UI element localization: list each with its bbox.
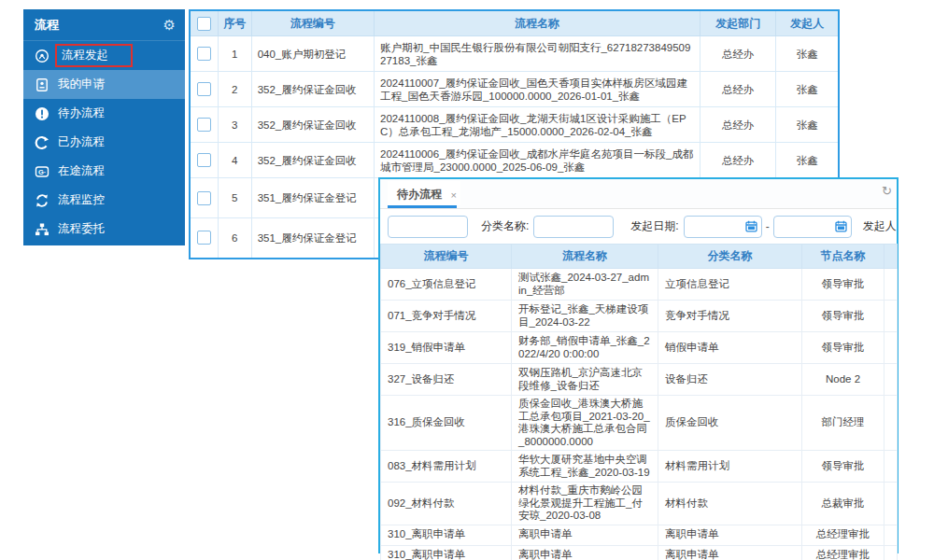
cell-dept: 总经办 bbox=[700, 72, 776, 107]
refresh-icon[interactable]: ↻ bbox=[882, 184, 892, 198]
sitemap-icon bbox=[35, 222, 50, 237]
date-to-input[interactable] bbox=[773, 216, 852, 238]
broadcast-icon bbox=[35, 49, 50, 63]
cell-category: 设备归还 bbox=[658, 364, 802, 396]
sidebar-item-my-applications[interactable]: 我的申请 bbox=[23, 70, 185, 99]
select-all-checkbox[interactable] bbox=[197, 17, 211, 31]
column-header-dept: 发起部门 bbox=[700, 10, 776, 36]
row-checkbox[interactable] bbox=[197, 231, 211, 245]
close-icon[interactable]: × bbox=[451, 182, 457, 208]
table-row[interactable]: 092_材料付款材料付款_重庆市鹅岭公园绿化景观提升工程施工_付安琼_2020-… bbox=[381, 483, 898, 525]
cell-name: 2024110006_履约保证金回收_成都水岸华庭名苑项目一标段_成都城市管理局… bbox=[375, 143, 700, 178]
cell-dept: 总经办 bbox=[700, 36, 776, 72]
table-row[interactable]: 4352_履约保证金回收2024110006_履约保证金回收_成都水岸华庭名苑项… bbox=[190, 143, 839, 178]
cell-no: 3 bbox=[218, 107, 251, 143]
cell-name: 材料付款_重庆市鹅岭公园绿化景观提升工程施工_付安琼_2020-03-08 bbox=[512, 483, 658, 525]
cell-name: 华软大厦研究基地中央空调系统工程_张鑫_2020-03-19 bbox=[512, 451, 658, 483]
sidebar-item-process-initiate[interactable]: 流程发起 bbox=[23, 41, 185, 70]
column-header-node: 节点名称 bbox=[802, 245, 884, 269]
sidebar-item-label: 我的申请 bbox=[58, 77, 105, 92]
calendar-icon[interactable] bbox=[835, 220, 847, 232]
column-header-user: 发起人 bbox=[776, 10, 839, 36]
column-header-name: 流程名称 bbox=[512, 245, 658, 269]
table-row[interactable]: 327_设备归还双钢压路机_京沪高速北京段维修_设备归还设备归还Node 2 bbox=[381, 364, 898, 396]
tab-label: 待办流程 bbox=[397, 188, 442, 201]
filter-bar: 分类名称: 发起日期: - 发起人: bbox=[380, 209, 897, 244]
sidebar-item-done-processes[interactable]: 已办流程 bbox=[23, 128, 185, 157]
cell-code: 310_离职申请单 bbox=[381, 545, 512, 560]
row-checkbox[interactable] bbox=[197, 118, 211, 132]
cell-category: 立项信息登记 bbox=[658, 269, 802, 301]
cell-category: 竞争对手情况 bbox=[658, 301, 802, 332]
cell-blank bbox=[884, 483, 898, 525]
sidebar-item-label: 流程监控 bbox=[58, 192, 105, 208]
sidebar-item-label: 流程发起 bbox=[55, 44, 133, 67]
sidebar-item-process-delegate[interactable]: 流程委托 bbox=[23, 215, 185, 244]
cell-name: 双钢压路机_京沪高速北京段维修_设备归还 bbox=[512, 364, 658, 396]
cell-name: 离职申请单 bbox=[512, 545, 658, 560]
table-header-row: 序号 流程编号 流程名称 发起部门 发起人 bbox=[190, 10, 839, 36]
cell-code: 352_履约保证金回收 bbox=[251, 72, 374, 107]
sidebar-title: 流程 bbox=[35, 17, 59, 34]
cell-name: 离职申请单 bbox=[512, 525, 658, 545]
sidebar-item-label: 在途流程 bbox=[58, 163, 105, 179]
cell-blank bbox=[884, 269, 898, 301]
row-checkbox[interactable] bbox=[197, 82, 211, 96]
cell-name: 开标登记_张鑫_天梯建设项目_2024-03-22 bbox=[512, 301, 658, 332]
alert-icon bbox=[35, 106, 50, 121]
tab-pending-processes[interactable]: 待办流程 × bbox=[388, 181, 460, 205]
app-window: 流程 ⚙ 流程发起 我的申请 待办流程 已办流程 bbox=[0, 0, 934, 560]
panel-tab-bar: 待办流程 × ↻ bbox=[380, 179, 897, 209]
cell-node: 部门经理 bbox=[802, 396, 884, 451]
row-checkbox[interactable] bbox=[197, 47, 211, 61]
row-checkbox-cell bbox=[190, 143, 218, 178]
sidebar-header: 流程 ⚙ bbox=[23, 9, 185, 41]
table-row[interactable]: 310_离职申请单离职申请单离职申请单总经理审批 bbox=[381, 525, 898, 545]
table-row[interactable]: 071_竞争对手情况开标登记_张鑫_天梯建设项目_2024-03-22竞争对手情… bbox=[381, 301, 898, 332]
table-row[interactable]: 076_立项信息登记测试张鑫_2024-03-27_admin_经营部立项信息登… bbox=[381, 269, 898, 301]
cell-code: 083_材料需用计划 bbox=[381, 451, 512, 483]
table-row[interactable]: 310_离职申请单离职申请单离职申请单总经理审批 bbox=[381, 545, 898, 560]
table-row[interactable]: 083_材料需用计划华软大厦研究基地中央空调系统工程_张鑫_2020-03-19… bbox=[381, 451, 898, 483]
cell-no: 4 bbox=[218, 143, 251, 178]
sidebar-item-in-transit-processes[interactable]: G· 在途流程 bbox=[23, 157, 185, 186]
cell-user: 张鑫 bbox=[776, 107, 839, 143]
cell-category: 离职申请单 bbox=[658, 525, 802, 545]
table-row[interactable]: 319_销假申请单财务部_销假申请单_张鑫_2022/4/20 0:00:00销… bbox=[381, 332, 898, 364]
cell-blank bbox=[884, 332, 898, 364]
svg-text:G·: G· bbox=[38, 168, 46, 176]
category-label: 分类名称: bbox=[481, 218, 529, 234]
sync-icon bbox=[35, 193, 50, 208]
sidebar-item-label: 待办流程 bbox=[58, 105, 105, 121]
id-card-icon bbox=[35, 77, 50, 92]
cell-code: 352_履约保证金回收 bbox=[251, 107, 374, 143]
cell-no: 1 bbox=[218, 36, 251, 72]
active-tab-underline bbox=[388, 205, 457, 208]
cell-dept: 总经办 bbox=[700, 143, 776, 178]
cell-node: 总经理审批 bbox=[802, 525, 884, 545]
cell-name: 测试张鑫_2024-03-27_admin_经营部 bbox=[512, 269, 658, 301]
cell-blank bbox=[884, 545, 898, 560]
row-checkbox[interactable] bbox=[197, 153, 211, 167]
process-name-input[interactable] bbox=[388, 216, 468, 238]
date-from-input[interactable] bbox=[684, 216, 762, 238]
table-row[interactable]: 1040_账户期初登记账户期初_中国民生银行股份有限公司朝阳支行_6271827… bbox=[190, 36, 839, 72]
cell-code: 076_立项信息登记 bbox=[381, 269, 512, 301]
gear-icon[interactable]: ⚙ bbox=[163, 17, 176, 34]
cell-node: Node 2 bbox=[802, 364, 884, 396]
go-icon: G· bbox=[35, 164, 50, 179]
table-row[interactable]: 2352_履约保证金回收2024110007_履约保证金回收_国色天香项目实体样… bbox=[190, 72, 839, 107]
redo-icon bbox=[35, 135, 50, 150]
category-input[interactable] bbox=[533, 216, 614, 238]
table-header-row: 流程编号 流程名称 分类名称 节点名称 bbox=[381, 245, 898, 269]
table-row[interactable]: 316_质保金回收质保金回收_港珠澳大桥施工总承包项目_2021-03-20_港… bbox=[381, 396, 898, 451]
table-row[interactable]: 3352_履约保证金回收2024110008_履约保证金回收_龙湖天街城1区设计… bbox=[190, 107, 839, 143]
sidebar-item-process-monitor[interactable]: 流程监控 bbox=[23, 186, 185, 215]
row-checkbox[interactable] bbox=[197, 191, 211, 205]
cell-category: 销假申请单 bbox=[658, 332, 802, 364]
sidebar-item-pending-processes[interactable]: 待办流程 bbox=[23, 99, 185, 128]
calendar-icon[interactable] bbox=[745, 220, 757, 232]
cell-name: 质保金回收_港珠澳大桥施工总承包项目_2021-03-20_港珠澳大桥施工总承包… bbox=[512, 396, 658, 451]
column-header-no: 序号 bbox=[218, 10, 251, 36]
cell-name: 财务部_销假申请单_张鑫_2022/4/20 0:00:00 bbox=[512, 332, 658, 364]
